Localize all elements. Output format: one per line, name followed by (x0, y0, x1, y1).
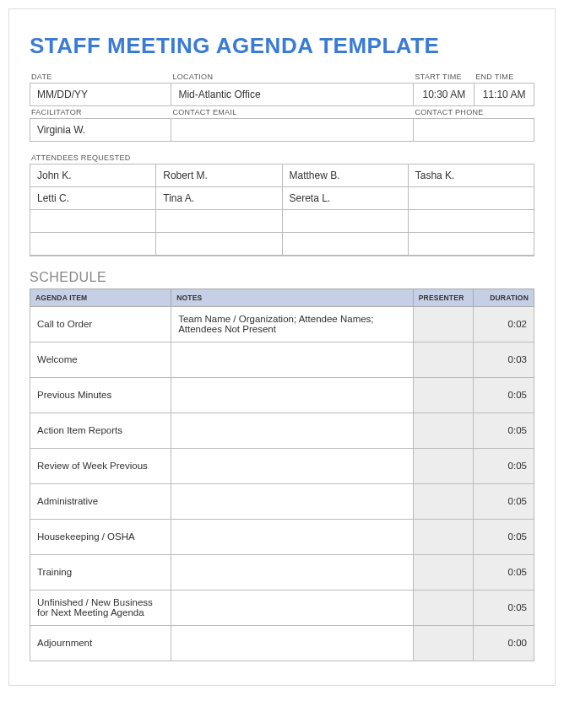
schedule-row: Unfinished / New Business for Next Meeti… (30, 590, 534, 625)
schedule-duration-cell: 0:05 (474, 483, 534, 519)
schedule-item-cell: Welcome (30, 342, 171, 377)
attendee-cell (282, 233, 408, 256)
attendee-row: Letti C.Tina A.Sereta L. (30, 187, 534, 210)
end-time-value: 11:10 AM (474, 84, 534, 106)
contact-email-cell: CONTACT EMAIL (171, 106, 413, 142)
date-label: DATE (30, 71, 171, 84)
attendee-row (30, 233, 534, 256)
location-label: LOCATION (171, 71, 413, 84)
schedule-duration-cell: 0:03 (474, 342, 534, 377)
attendee-cell (282, 210, 408, 233)
schedule-presenter-cell (413, 342, 474, 377)
schedule-section-title: SCHEDULE (30, 270, 534, 285)
schedule-item-cell: Call to Order (30, 306, 171, 342)
meeting-info-block: DATE MM/DD/YY LOCATION Mid-Atlantic Offi… (30, 71, 534, 142)
schedule-presenter-cell (413, 590, 474, 625)
contact-phone-value (413, 119, 534, 142)
schedule-row: Training0:05 (30, 554, 534, 590)
contact-phone-cell: CONTACT PHONE (413, 106, 534, 142)
schedule-notes-cell (171, 448, 414, 483)
schedule-row: Action Item Reports0:05 (30, 413, 534, 448)
location-value: Mid-Atlantic Office (171, 84, 413, 106)
schedule-presenter-cell (413, 377, 474, 413)
schedule-duration-cell: 0:05 (474, 519, 534, 554)
attendee-cell (30, 233, 156, 256)
attendee-cell: Matthew B. (282, 164, 408, 187)
schedule-table: AGENDA ITEM NOTES PRESENTER DURATION Cal… (30, 289, 534, 661)
schedule-duration-cell: 0:02 (474, 306, 534, 342)
schedule-notes-cell: Team Name / Organization; Attendee Names… (171, 306, 414, 342)
schedule-presenter-cell (413, 448, 474, 483)
attendee-cell (156, 233, 282, 256)
attendee-row: John K.Robert M.Matthew B.Tasha K. (30, 164, 534, 187)
attendee-cell (30, 210, 156, 233)
attendee-row (30, 210, 534, 233)
schedule-duration-cell: 0:05 (474, 590, 534, 625)
schedule-row: Review of Week Previous0:05 (30, 448, 534, 483)
schedule-header-notes: NOTES (171, 289, 414, 306)
start-time-label: START TIME (413, 71, 474, 84)
attendee-cell (408, 187, 534, 210)
schedule-item-cell: Training (30, 554, 171, 590)
schedule-item-cell: Administrative (30, 483, 171, 519)
info-row-2: FACILITATOR Virginia W. CONTACT EMAIL CO… (30, 106, 534, 142)
schedule-row: Previous Minutes0:05 (30, 377, 534, 413)
attendee-cell (156, 210, 282, 233)
schedule-notes-cell (171, 554, 414, 590)
schedule-presenter-cell (413, 413, 474, 448)
schedule-header-duration: DURATION (474, 289, 534, 306)
start-time-cell: START TIME 10:30 AM (413, 71, 474, 106)
schedule-presenter-cell (413, 554, 474, 590)
contact-email-value (171, 119, 413, 142)
schedule-item-cell: Unfinished / New Business for Next Meeti… (30, 590, 171, 625)
schedule-duration-cell: 0:05 (474, 554, 534, 590)
attendee-cell: Letti C. (30, 187, 156, 210)
schedule-row: Adjournment0:00 (30, 625, 534, 661)
schedule-notes-cell (171, 377, 414, 413)
schedule-item-cell: Action Item Reports (30, 413, 171, 448)
schedule-item-cell: Review of Week Previous (30, 448, 171, 483)
attendee-cell: John K. (30, 164, 156, 187)
document-page: STAFF MEETING AGENDA TEMPLATE DATE MM/DD… (8, 8, 556, 686)
schedule-row: Administrative0:05 (30, 483, 534, 519)
schedule-notes-cell (171, 519, 414, 554)
contact-phone-label: CONTACT PHONE (413, 106, 534, 119)
schedule-notes-cell (171, 342, 414, 377)
schedule-duration-cell: 0:00 (474, 625, 534, 661)
attendee-cell: Robert M. (156, 164, 282, 187)
schedule-row: Call to OrderTeam Name / Organization; A… (30, 306, 534, 342)
schedule-row: Housekeeping / OSHA0:05 (30, 519, 534, 554)
attendee-cell (408, 233, 534, 256)
schedule-presenter-cell (413, 306, 474, 342)
schedule-header-presenter: PRESENTER (413, 289, 474, 306)
schedule-duration-cell: 0:05 (474, 377, 534, 413)
schedule-notes-cell (171, 413, 414, 448)
schedule-row: Welcome0:03 (30, 342, 534, 377)
facilitator-value: Virginia W. (30, 119, 171, 142)
schedule-item-cell: Housekeeping / OSHA (30, 519, 171, 554)
attendees-table: John K.Robert M.Matthew B.Tasha K.Letti … (30, 164, 534, 256)
location-cell: LOCATION Mid-Atlantic Office (171, 71, 413, 106)
schedule-item-cell: Previous Minutes (30, 377, 171, 413)
schedule-notes-cell (171, 625, 414, 661)
attendee-cell (408, 210, 534, 233)
contact-email-label: CONTACT EMAIL (171, 106, 413, 119)
date-value: MM/DD/YY (30, 84, 171, 106)
schedule-header-item: AGENDA ITEM (30, 289, 171, 306)
start-time-value: 10:30 AM (413, 84, 474, 106)
schedule-item-cell: Adjournment (30, 625, 171, 661)
facilitator-label: FACILITATOR (30, 106, 171, 119)
schedule-duration-cell: 0:05 (474, 413, 534, 448)
end-time-cell: END TIME 11:10 AM (474, 71, 534, 106)
schedule-presenter-cell (413, 483, 474, 519)
attendee-cell: Tina A. (156, 187, 282, 210)
attendee-cell: Sereta L. (282, 187, 408, 210)
end-time-label: END TIME (474, 71, 534, 84)
attendees-label: ATTENDEES REQUESTED (30, 148, 534, 164)
facilitator-cell: FACILITATOR Virginia W. (30, 106, 171, 142)
info-row-1: DATE MM/DD/YY LOCATION Mid-Atlantic Offi… (30, 71, 534, 106)
page-title: STAFF MEETING AGENDA TEMPLATE (30, 33, 534, 59)
schedule-notes-cell (171, 483, 414, 519)
schedule-presenter-cell (413, 519, 474, 554)
date-cell: DATE MM/DD/YY (30, 71, 171, 106)
